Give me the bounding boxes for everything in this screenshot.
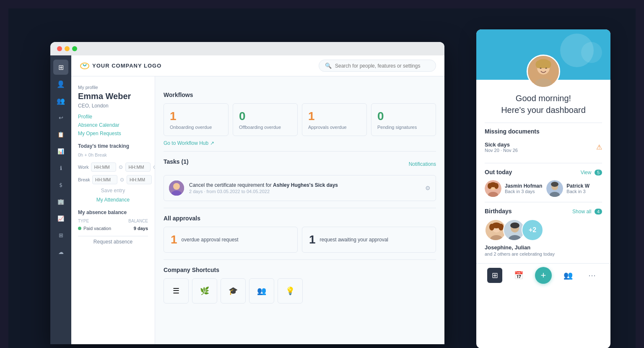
absence-section: My absence balance TYPE BALANCE Paid vac… — [78, 209, 148, 231]
logo-text: Your Company Logo — [92, 63, 161, 69]
popup-body: Good morning! Here's your dashboard Miss… — [476, 80, 610, 263]
sidebar-icon-tasks[interactable]: 📋 — [53, 127, 68, 142]
shortcut-icon-1[interactable]: ☰ — [164, 278, 189, 304]
svg-point-2 — [173, 183, 180, 190]
work-end-input[interactable] — [125, 162, 151, 172]
shortcut-icon-3[interactable]: 🎓 — [221, 278, 246, 304]
task-avatar — [169, 181, 184, 196]
birthday-names: Josephine, Julian — [485, 244, 602, 251]
jasmin-avatar — [485, 180, 501, 197]
signatures-label: Pending signatures — [377, 125, 430, 130]
bottom-bar-add-button[interactable]: + — [535, 267, 552, 284]
workflow-cards: 1 Onboarding overdue 0 Offboarding overd… — [164, 103, 436, 136]
patrick-status: Back in 3 — [566, 189, 589, 194]
sidebar-icon-info[interactable]: ℹ — [53, 160, 68, 175]
sidebar-icon-cloud[interactable]: ☁ — [53, 244, 68, 259]
missing-docs-heading: Missing documents — [485, 128, 602, 135]
notifications-link[interactable]: Notifications — [409, 161, 436, 167]
shortcut-icon-4[interactable]: 👥 — [249, 278, 274, 304]
offboarding-label: Offboarding overdue — [239, 125, 291, 130]
window-dot-red[interactable] — [57, 46, 62, 51]
request-absence-button[interactable]: Request absence — [78, 236, 148, 247]
left-panel: My profile Emma Weber CEO, London Profil… — [71, 76, 155, 344]
bottom-bar-people-icon[interactable]: 👥 — [561, 268, 576, 283]
workflow-card-signatures: 0 Pending signatures — [371, 103, 436, 136]
approvals-num: 1 — [308, 110, 361, 123]
avatar-face — [528, 56, 559, 87]
approval-overdue-text: overdue approval request — [182, 237, 239, 243]
approval-awaiting-text: request awaiting your approval — [320, 237, 388, 243]
out-today-avatars: Jasmin Hofman Back in 3 days — [485, 180, 602, 197]
sidebar-icon-payroll[interactable]: $ — [53, 177, 68, 192]
popup-bottom-bar: ⊞ 📅 + 👥 ⋯ — [476, 263, 610, 287]
sidebar-icon-company[interactable]: 🏢 — [53, 194, 68, 209]
window-dot-yellow[interactable] — [65, 46, 70, 51]
profile-label: My profile — [78, 85, 148, 90]
time-subtitle: 0h + 0h Break — [78, 152, 148, 157]
window-titlebar — [50, 42, 444, 55]
task-item: Cancel the certificate requirement for A… — [164, 175, 436, 201]
clock-icon-3: ⊙ — [120, 177, 124, 183]
main-panel: Workflows 1 Onboarding overdue 0 Offboar… — [155, 76, 444, 344]
type-col-header: TYPE — [78, 219, 89, 223]
view-link[interactable]: View 5 — [581, 168, 602, 176]
profile-link[interactable]: Profile — [78, 114, 148, 120]
svg-point-10 — [536, 60, 542, 68]
out-person-patrick: Patrick W Back in 3 — [546, 180, 589, 197]
sidebar-icon-grid[interactable]: ⊞ — [53, 228, 68, 243]
view-label: View — [581, 170, 592, 175]
bottom-bar-more-icon[interactable]: ⋯ — [584, 268, 600, 283]
show-all-link[interactable]: Show all 4 — [572, 207, 602, 215]
out-today-label: Out today — [485, 169, 512, 175]
search-input[interactable] — [335, 63, 430, 69]
sidebar-icon-returns[interactable]: ↩ — [53, 110, 68, 125]
shortcut-icon-5[interactable]: 💡 — [278, 278, 303, 304]
task-info: Cancel the certificate requirement for A… — [189, 182, 420, 194]
right-popup: Good morning! Here's your dashboard Miss… — [476, 29, 610, 348]
workflow-hub-link[interactable]: Go to Workflow Hub ↗ — [164, 140, 436, 146]
absence-balance-title: My absence balance — [78, 209, 148, 215]
absence-calendar-link[interactable]: Absence Calendar — [78, 122, 148, 128]
onboarding-label: Onboarding overdue — [170, 125, 222, 130]
patrick-avatar — [546, 180, 563, 197]
absence-balance-value: 9 days — [134, 226, 148, 231]
work-start-input[interactable] — [91, 162, 116, 172]
break-start-input[interactable] — [92, 175, 117, 184]
break-end-input[interactable] — [127, 175, 152, 184]
profile-title: CEO, London — [78, 103, 148, 109]
birthday-sub: and 2 others are celebrating today — [485, 251, 602, 256]
break-label: Break — [78, 177, 90, 182]
window-dot-green[interactable] — [72, 46, 77, 51]
birthday-avatars: +2 — [485, 219, 602, 241]
approval-card-overdue: 1 overdue approval request — [164, 227, 298, 253]
top-bar: Your Company Logo 🔍 — [71, 55, 444, 76]
popup-greeting: Good morning! Here's your dashboard — [485, 92, 602, 116]
shortcuts-heading: Company Shortcuts — [164, 267, 436, 273]
workflows-heading: Workflows — [164, 92, 436, 98]
bottom-bar-calendar-icon[interactable]: 📅 — [511, 268, 526, 283]
approval-card-awaiting: 1 request awaiting your approval — [302, 227, 436, 253]
company-logo: Your Company Logo — [80, 62, 161, 70]
out-today-section: Out today View 5 — [485, 163, 602, 197]
sidebar-icon-teams[interactable]: 👥 — [53, 93, 68, 108]
save-entry-button[interactable]: Save entry — [78, 188, 148, 194]
sidebar-icon-analytics[interactable]: 📈 — [53, 211, 68, 226]
attendance-link[interactable]: My Attendance — [78, 197, 148, 203]
signatures-num: 0 — [377, 110, 430, 123]
profile-name: Emma Weber — [78, 92, 148, 101]
sidebar-icon-people[interactable]: 👤 — [53, 76, 68, 92]
search-bar[interactable]: 🔍 — [319, 60, 436, 72]
workflow-card-onboarding: 1 Onboarding overdue — [164, 103, 229, 136]
shortcut-icon-2[interactable]: 🌿 — [192, 278, 217, 304]
approvals-label: Approvals overdue — [308, 125, 361, 130]
offboarding-num: 0 — [239, 110, 291, 123]
onboarding-num: 1 — [170, 110, 222, 123]
time-tracking-title: Today's time tracking — [78, 143, 148, 149]
open-requests-link[interactable]: My Open Requests — [78, 131, 148, 136]
birthdays-label: Birthdays — [485, 208, 512, 215]
missing-doc-date: Nov 20 · Nov 26 — [485, 148, 518, 153]
sidebar-icon-reports[interactable]: 📊 — [53, 144, 68, 159]
gear-icon[interactable]: ⚙ — [425, 185, 431, 191]
sidebar-icon-home[interactable]: ⊞ — [53, 60, 68, 75]
bottom-bar-grid-icon[interactable]: ⊞ — [487, 268, 502, 283]
